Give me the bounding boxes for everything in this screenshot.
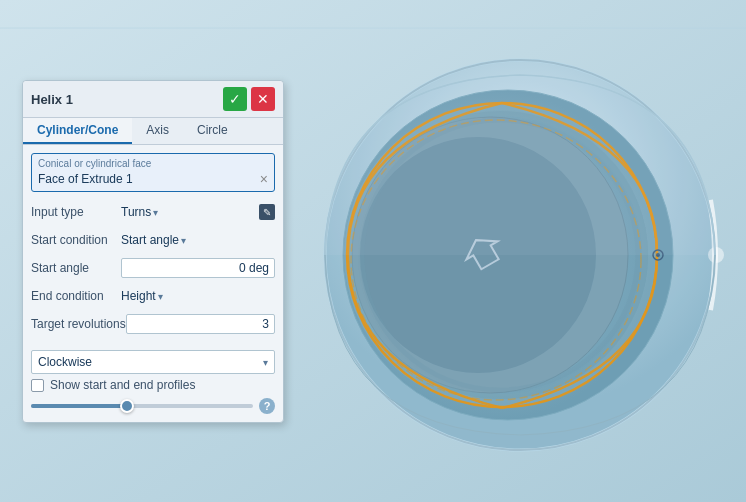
start-condition-select[interactable]: Start angle ▾ [121, 233, 275, 247]
help-icon[interactable]: ? [259, 398, 275, 414]
clockwise-select[interactable]: Clockwise ▾ [31, 350, 275, 374]
face-selector-row: Face of Extrude 1 × [38, 171, 268, 187]
tab-bar: Cylinder/Cone Axis Circle [23, 118, 283, 145]
end-condition-select[interactable]: Height ▾ [121, 289, 275, 303]
start-condition-label: Start condition [31, 233, 121, 247]
target-rev-row: Target revolutions [31, 312, 275, 336]
end-condition-chevron: ▾ [158, 291, 163, 302]
target-rev-label: Target revolutions [31, 317, 126, 331]
panel-header-buttons: ✓ ✕ [223, 87, 275, 111]
clockwise-chevron: ▾ [263, 357, 268, 368]
start-angle-row: Start angle [31, 256, 275, 280]
face-selector-clear[interactable]: × [260, 171, 268, 187]
face-selector-value: Face of Extrude 1 [38, 172, 133, 186]
tab-cylinder-cone[interactable]: Cylinder/Cone [23, 118, 132, 144]
start-angle-label: Start angle [31, 261, 121, 275]
input-type-row: Input type Turns ▾ ✎ [31, 200, 275, 224]
form-section: Input type Turns ▾ ✎ Start condition Sta… [23, 196, 283, 348]
input-type-chevron: ▾ [153, 207, 158, 218]
face-selector[interactable]: Conical or cylindrical face Face of Extr… [31, 153, 275, 192]
cross-icon: ✕ [257, 91, 269, 107]
target-rev-input[interactable] [126, 314, 275, 334]
end-condition-value: Height [121, 289, 156, 303]
cancel-button[interactable]: ✕ [251, 87, 275, 111]
pencil-icon[interactable]: ✎ [259, 204, 275, 220]
tab-axis[interactable]: Axis [132, 118, 183, 144]
input-type-value: Turns [121, 205, 151, 219]
show-profiles-label: Show start and end profiles [50, 378, 195, 392]
confirm-button[interactable]: ✓ [223, 87, 247, 111]
panel-title: Helix 1 [31, 92, 73, 107]
end-condition-row: End condition Height ▾ [31, 284, 275, 308]
helix-panel: Helix 1 ✓ ✕ Cylinder/Cone Axis Circle Co… [22, 80, 284, 423]
face-selector-label: Conical or cylindrical face [38, 158, 268, 169]
start-condition-row: Start condition Start angle ▾ [31, 228, 275, 252]
clockwise-label: Clockwise [38, 355, 92, 369]
show-profiles-row[interactable]: Show start and end profiles [31, 378, 275, 392]
start-condition-value: Start angle [121, 233, 179, 247]
end-condition-label: End condition [31, 289, 121, 303]
check-icon: ✓ [229, 91, 241, 107]
slider-thumb[interactable] [120, 399, 134, 413]
panel-header: Helix 1 ✓ ✕ [23, 81, 283, 118]
start-angle-input[interactable] [121, 258, 275, 278]
input-type-label: Input type [31, 205, 121, 219]
slider-row: ? [31, 398, 275, 414]
input-type-select[interactable]: Turns ▾ [121, 205, 255, 219]
slider-fill [31, 404, 124, 408]
tab-circle[interactable]: Circle [183, 118, 242, 144]
show-profiles-checkbox[interactable] [31, 379, 44, 392]
slider-track[interactable] [31, 404, 253, 408]
start-condition-chevron: ▾ [181, 235, 186, 246]
